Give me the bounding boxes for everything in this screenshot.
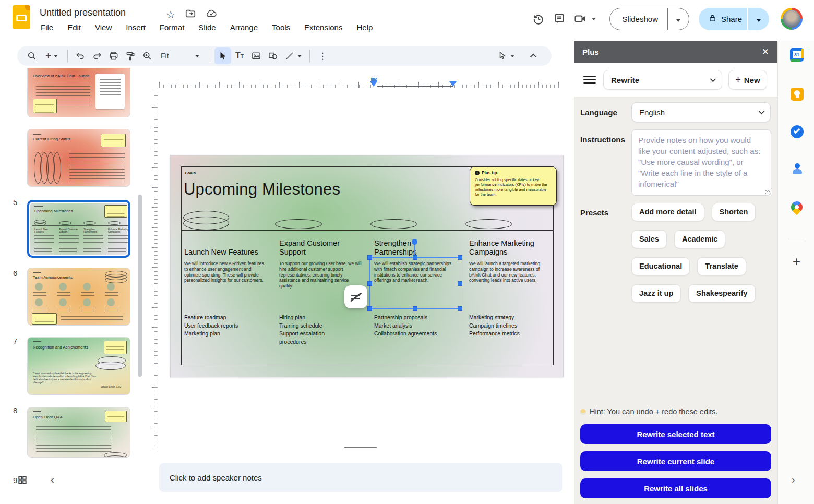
new-slide-button[interactable]: + (40, 47, 63, 64)
plus-tip-note[interactable]: + Plus tip: Consider adding specific dat… (470, 166, 557, 206)
menu-arrange[interactable]: Arrange (230, 23, 258, 32)
tasks-icon[interactable] (791, 125, 804, 138)
menu-tools[interactable]: Tools (272, 23, 290, 32)
share-button[interactable]: Share (717, 15, 747, 23)
comments-icon[interactable] (549, 8, 570, 29)
menu-slide[interactable]: Slide (198, 23, 216, 32)
share-dropdown[interactable] (748, 15, 769, 23)
rewrite-all-slides-button[interactable]: Rewrite all slides (580, 478, 771, 498)
grid-view-icon[interactable] (17, 475, 28, 485)
close-panel-icon[interactable]: ✕ (762, 46, 769, 57)
rotation-handle[interactable] (412, 239, 417, 245)
slide-thumbnail-8[interactable]: Recognition and Achievements "I want to … (27, 337, 130, 395)
ellipse-shape[interactable] (370, 219, 417, 229)
join-call-icon[interactable] (570, 8, 591, 29)
slide-column-2[interactable]: Expand Customer Support To support our g… (279, 235, 367, 289)
horizontal-ruler[interactable] (159, 77, 562, 88)
indent-marker-right[interactable] (449, 81, 457, 87)
slideshow-button[interactable]: Slideshow (610, 15, 667, 23)
panel-menu-icon[interactable] (583, 76, 596, 86)
account-avatar[interactable] (781, 8, 803, 30)
language-select[interactable]: English (631, 102, 771, 122)
instructions-input[interactable] (631, 129, 771, 196)
slides-logo-icon[interactable] (13, 5, 30, 29)
vertical-ruler[interactable] (150, 88, 158, 453)
redo-icon[interactable] (89, 47, 105, 64)
slide-number: 8 (13, 406, 25, 415)
search-menus-icon[interactable] (23, 47, 40, 64)
insert-shape-icon[interactable] (265, 47, 281, 64)
slide-thumbnail-9[interactable]: Open Floor Q&A (27, 407, 130, 458)
zoom-fit-select[interactable]: Fit (155, 47, 206, 64)
insert-line-icon[interactable] (281, 47, 305, 64)
preset-shakespearify[interactable]: Shakespearify (688, 284, 755, 303)
slideshow-button-group: Slideshow (609, 8, 689, 30)
insert-image-icon[interactable] (248, 47, 265, 64)
menu-extensions[interactable]: Extensions (304, 23, 342, 32)
collapse-filmstrip-icon[interactable]: ‹ (51, 474, 54, 486)
text-box-icon[interactable]: TT (231, 47, 248, 64)
slide-eyebrow[interactable]: Goals (185, 171, 196, 175)
slide-thumbnail-7[interactable]: Team Announcements (27, 268, 130, 326)
preset-shorten[interactable]: Shorten (712, 203, 756, 221)
hide-side-panel-icon[interactable]: › (792, 474, 795, 486)
slide-column-4[interactable]: Enhance Marketing Campaigns We will laun… (469, 235, 557, 283)
menu-format[interactable]: Format (160, 23, 185, 32)
preset-translate[interactable]: Translate (697, 257, 746, 275)
selected-text-box[interactable] (369, 257, 460, 309)
hide-toolbar-icon[interactable] (525, 47, 542, 64)
join-call-dropdown-icon[interactable] (592, 18, 596, 20)
slide-column-1[interactable]: Launch New Features We will introduce ne… (184, 235, 272, 283)
cylinder-shape[interactable] (183, 217, 229, 230)
menu-insert[interactable]: Insert (126, 23, 146, 32)
ellipse-shape[interactable] (465, 219, 512, 229)
slide-thumbnail-4[interactable]: Overview of bAInk Chat Launch (27, 68, 130, 117)
preset-add-more-detail[interactable]: Add more detail (631, 203, 704, 221)
new-button[interactable]: +New (728, 70, 767, 90)
slide-thumbnail-5[interactable]: Current Hiring Status (27, 129, 130, 187)
document-title[interactable]: Untitled presentation (40, 7, 126, 18)
menu-file[interactable]: File (41, 23, 53, 32)
get-addons-icon[interactable]: + (793, 254, 800, 270)
textarea-resize-grip[interactable] (765, 190, 770, 195)
preset-jazz-it-up[interactable]: Jazz it up (631, 284, 681, 303)
filmstrip-scrollbar[interactable] (138, 195, 142, 377)
plus-tip-title: Plus tip: (482, 171, 498, 175)
maps-icon[interactable] (791, 201, 803, 213)
plus-ai-floating-button[interactable] (344, 285, 367, 308)
indent-marker-left[interactable] (370, 78, 377, 87)
current-slide[interactable]: Goals Upcoming Milestones + Plus tip: Co… (170, 155, 564, 377)
cloud-status-icon[interactable] (206, 8, 217, 21)
ellipse-shape[interactable] (275, 219, 322, 229)
preset-educational[interactable]: Educational (631, 257, 690, 275)
print-icon[interactable] (105, 47, 122, 64)
preset-sales[interactable]: Sales (631, 230, 667, 248)
mode-select[interactable]: Rewrite (603, 70, 722, 90)
preset-academic[interactable]: Academic (674, 230, 726, 248)
undo-icon[interactable] (72, 47, 89, 64)
more-toolbar-icon[interactable]: ⋮ (314, 47, 331, 64)
slide-thumbnail-6-selected[interactable]: Upcoming Milestones Launch New Features … (27, 200, 130, 258)
zoom-in-icon[interactable] (139, 47, 155, 64)
contacts-icon[interactable] (791, 162, 804, 175)
select-cursor-icon[interactable] (214, 47, 231, 64)
paint-format-icon[interactable] (122, 47, 139, 64)
slide-title[interactable]: Upcoming Milestones (184, 180, 340, 199)
menu-edit[interactable]: Edit (67, 23, 81, 32)
menu-view[interactable]: View (95, 23, 112, 32)
keep-icon[interactable] (791, 88, 804, 101)
slideshow-dropdown[interactable] (668, 15, 689, 23)
calendar-icon[interactable]: 31 (790, 48, 804, 62)
notes-resize-handle[interactable] (344, 447, 377, 448)
rewrite-current-slide-button[interactable]: Rewrite current slide (580, 451, 771, 471)
menu-help[interactable]: Help (356, 23, 373, 32)
version-history-icon[interactable] (528, 8, 549, 29)
mini-plus-tip-note (33, 99, 57, 113)
star-icon[interactable]: ☆ (166, 8, 175, 21)
speaker-notes[interactable]: Click to add speaker notes (159, 463, 562, 492)
rewrite-selected-text-button[interactable]: Rewrite selected text (580, 424, 771, 444)
laser-pointer-icon[interactable] (494, 47, 518, 64)
move-folder-icon[interactable] (185, 8, 196, 21)
hint-text: Hint: You can undo + redo these edits. (580, 407, 717, 416)
plus-tip-body: Consider adding specific dates or key pe… (475, 177, 552, 197)
